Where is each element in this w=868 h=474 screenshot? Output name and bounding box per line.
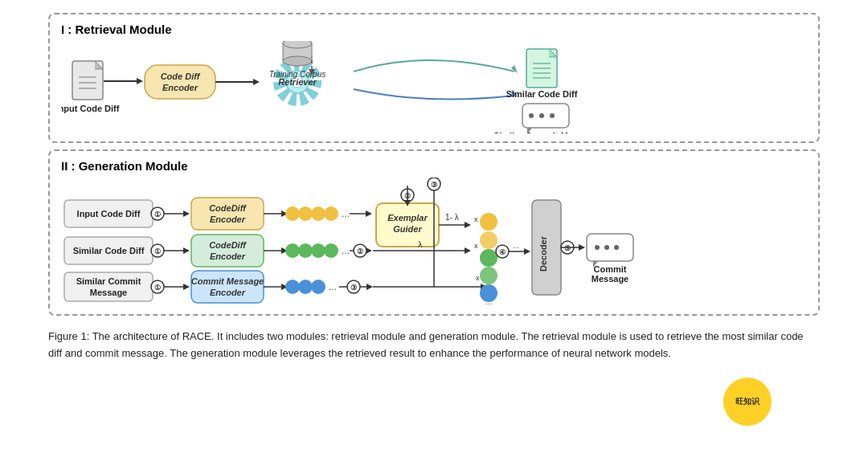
svg-text:①: ① [154,210,161,219]
svg-point-50 [311,206,326,221]
svg-text:Encoder: Encoder [162,83,199,92]
svg-text:Code Diff: Code Diff [161,72,201,81]
svg-point-51 [324,206,338,221]
svg-text:Similar Code Diff: Similar Code Diff [73,246,145,255]
svg-marker-126 [524,248,530,255]
svg-point-32 [529,113,534,118]
svg-text:Decoder: Decoder [538,235,548,272]
svg-text:Training Corpus: Training Corpus [269,70,326,79]
svg-marker-112 [465,247,471,254]
svg-text:λ: λ [418,239,423,249]
svg-marker-6 [137,78,143,84]
svg-point-19 [283,41,312,48]
caption: Figure 1: The architecture of RACE. It i… [48,329,820,362]
svg-marker-92 [366,284,373,290]
svg-text:x: x [476,274,480,282]
svg-point-66 [285,243,300,258]
svg-text:Similar Commit Message: Similar Commit Message [493,131,598,133]
svg-text:Similar Code Diff: Similar Code Diff [506,89,578,99]
svg-text:Exemplar: Exemplar [387,213,428,223]
svg-text:...: ... [342,245,350,256]
svg-text:①: ① [154,247,161,255]
svg-rect-7 [145,65,215,99]
module2-label: II : Generation Module [61,159,807,173]
svg-point-135 [604,245,609,250]
svg-rect-43 [191,198,264,230]
svg-point-48 [285,206,300,221]
module1-box: I : Retrieval Module Input Code Diff Cod… [48,13,820,143]
svg-point-69 [324,243,338,258]
diagram-container: I : Retrieval Module Input Code Diff Cod… [48,13,820,362]
svg-point-89 [311,280,326,294]
svg-marker-81 [183,284,190,290]
svg-text:①: ① [154,284,161,292]
svg-rect-133 [587,234,633,261]
svg-text:Guider: Guider [393,224,422,234]
svg-text:...: ... [329,281,337,292]
svg-point-33 [539,113,544,118]
svg-text:③: ③ [350,284,357,292]
svg-text:Encoder: Encoder [210,288,246,297]
svg-text:CodeDiff: CodeDiff [209,203,247,213]
svg-text:Similar Commit: Similar Commit [76,276,141,286]
svg-rect-82 [191,271,264,303]
module2-box: II : Generation Module Input Code Diff ①… [48,149,820,316]
svg-point-88 [298,280,313,294]
module1-svg: Input Code Diff Code Diff Encoder Re [61,41,807,133]
svg-point-49 [298,206,313,221]
svg-point-34 [550,113,555,118]
svg-point-118 [480,249,497,267]
svg-marker-54 [366,210,372,217]
svg-text:Message: Message [592,274,628,284]
svg-point-134 [595,245,600,250]
svg-text:x: x [474,242,478,250]
svg-text:Commit Message: Commit Message [191,276,264,286]
svg-point-67 [298,243,313,258]
svg-text:1- λ: 1- λ [445,213,459,222]
svg-text:②: ② [357,247,363,255]
svg-marker-60 [183,247,190,254]
svg-marker-11 [253,79,260,85]
svg-text:Commit: Commit [594,264,627,274]
svg-point-136 [614,245,619,250]
svg-text:Message: Message [90,288,127,297]
svg-text:CodeDiff: CodeDiff [209,240,247,250]
svg-text:...: ... [485,297,492,306]
svg-text:③: ③ [431,181,437,189]
svg-text:...: ... [342,208,350,219]
svg-marker-23 [511,65,518,73]
svg-marker-42 [183,210,190,217]
svg-text:⑤: ⑤ [564,244,571,252]
svg-point-87 [285,280,300,294]
svg-point-116 [480,213,497,231]
svg-point-119 [480,267,497,284]
module2-svg: Input Code Diff ① CodeDiff Encoder [61,178,807,306]
svg-text:...: ... [513,241,519,250]
module1-label: I : Retrieval Module [61,22,807,36]
svg-text:Input Code Diff: Input Code Diff [77,209,141,219]
svg-text:Encoder: Encoder [210,251,246,261]
svg-rect-61 [191,235,264,267]
svg-point-68 [311,243,326,258]
svg-marker-106 [465,222,471,228]
svg-text:Input Code Diff: Input Code Diff [61,104,120,113]
svg-text:Encoder: Encoder [210,215,246,224]
svg-point-18 [283,56,312,66]
svg-marker-132 [579,244,585,251]
watermark: 旺知识 [723,378,772,426]
svg-point-117 [480,231,497,249]
svg-text:x: x [474,215,478,223]
svg-text:④: ④ [499,248,506,256]
